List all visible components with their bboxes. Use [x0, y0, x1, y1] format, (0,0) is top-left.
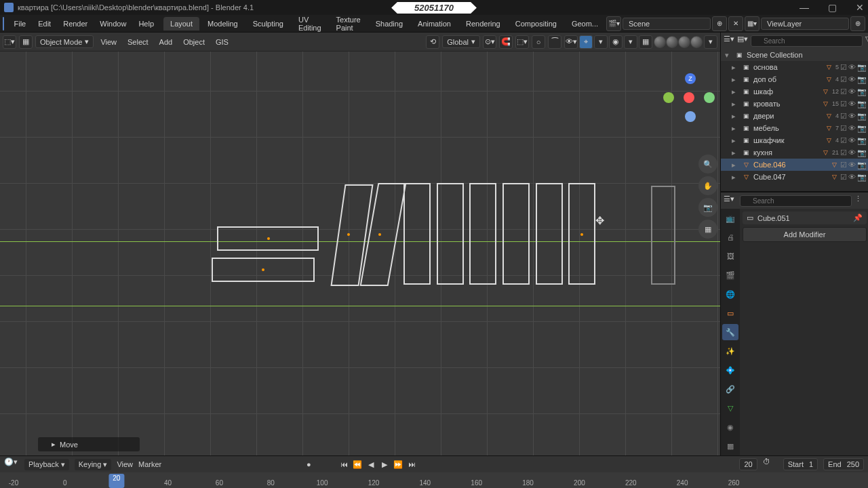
pin-icon[interactable]: 📌: [853, 214, 863, 222]
viewlayer-name[interactable]: ViewLayer: [761, 18, 849, 30]
scene-collection-row[interactable]: ▾▣ Scene Collection: [721, 49, 868, 61]
preview-range-icon[interactable]: ⏱: [763, 458, 778, 471]
tab-modifiers-icon[interactable]: 🔧: [722, 324, 738, 340]
vp-menu-view[interactable]: View: [96, 37, 121, 47]
tab-sculpting[interactable]: Sculpting: [246, 17, 290, 30]
axis-y-neg-icon[interactable]: [704, 92, 715, 103]
tab-scene-icon[interactable]: 🎬: [722, 267, 738, 283]
object-name[interactable]: Cube.051: [757, 214, 790, 222]
play-reverse-icon[interactable]: ◀: [365, 458, 377, 470]
editor-type-icon[interactable]: ⬚▾: [3, 35, 16, 49]
outliner-row[interactable]: ▸▽Cube.046▽☑👁📷: [721, 159, 868, 171]
shading-popover-icon[interactable]: ▾: [704, 35, 717, 49]
axis-z-icon[interactable]: Z: [685, 73, 696, 84]
vp-menu-select[interactable]: Select: [123, 37, 153, 47]
mode-icon[interactable]: ▦: [19, 35, 33, 49]
snap-type-icon[interactable]: ⬚▾: [515, 35, 529, 49]
timeline-ruler[interactable]: -200204060801001201401601802002202402602…: [0, 472, 868, 488]
blender-logo-icon[interactable]: [3, 17, 4, 30]
overlay-popover-icon[interactable]: ▾: [624, 35, 637, 49]
close-button[interactable]: ✕: [856, 2, 864, 13]
outliner-row[interactable]: ▸▣кровать▽15☑👁📷: [721, 98, 868, 110]
tab-render-icon[interactable]: 📺: [722, 210, 738, 226]
visibility-icon[interactable]: 👁▾: [564, 35, 578, 49]
vp-menu-gis[interactable]: GIS: [212, 37, 233, 47]
maximize-button[interactable]: ▢: [828, 2, 837, 13]
viewlayer-browse-icon[interactable]: ▦▾: [745, 16, 760, 31]
snap-icon[interactable]: 🧲: [499, 35, 513, 49]
pan-icon[interactable]: ✋: [698, 176, 717, 195]
outliner-search[interactable]: [751, 35, 863, 47]
tab-compositing[interactable]: Compositing: [509, 17, 564, 30]
jump-end-icon[interactable]: ⏭: [406, 458, 418, 470]
tl-playback[interactable]: Playback ▾: [24, 459, 69, 470]
scene-name[interactable]: Scene: [623, 18, 711, 30]
viewport-3d[interactable]: ⬚▾ ▦ Object Mode▾ View Select Add Object…: [0, 33, 720, 455]
tab-constraints-icon[interactable]: 🔗: [722, 381, 738, 397]
tab-data-icon[interactable]: ▽: [722, 400, 738, 416]
outliner-row[interactable]: ▸▣доп об▽4☑👁📷: [721, 73, 868, 85]
tab-texture-icon[interactable]: ▩: [722, 438, 738, 454]
tab-shading[interactable]: Shading: [369, 17, 410, 30]
outliner-row[interactable]: ▸▣шкаф▽12☑👁📷: [721, 85, 868, 98]
tab-material-icon[interactable]: ◉: [722, 419, 738, 435]
current-frame-indicator[interactable]: 20: [108, 474, 124, 488]
zoom-icon[interactable]: 🔍: [698, 155, 717, 174]
minimize-button[interactable]: —: [800, 2, 809, 13]
last-operator-panel[interactable]: ▸Move: [38, 437, 140, 451]
shading-material-icon[interactable]: [678, 36, 690, 48]
play-icon[interactable]: ▶: [378, 458, 391, 470]
keyframe-next-icon[interactable]: ⏩: [392, 458, 404, 470]
tab-rendering[interactable]: Rendering: [459, 17, 507, 30]
tab-viewlayer-icon[interactable]: 🖼: [722, 248, 738, 264]
orientation-selector[interactable]: Global▾: [442, 35, 480, 48]
shading-wireframe-icon[interactable]: [654, 36, 666, 48]
tab-layout[interactable]: Layout: [163, 17, 199, 30]
scene-new-icon[interactable]: ⊕: [712, 16, 727, 31]
mode-selector[interactable]: Object Mode▾: [35, 35, 94, 48]
scene-browse-icon[interactable]: 🎬▾: [606, 16, 621, 31]
axis-y-icon[interactable]: [663, 92, 674, 103]
menu-file[interactable]: File: [8, 17, 31, 30]
xray-icon[interactable]: ▦: [639, 35, 652, 49]
menu-edit[interactable]: Edit: [33, 17, 56, 30]
end-frame-field[interactable]: End250: [823, 458, 864, 470]
props-search[interactable]: [740, 195, 852, 207]
tab-animation[interactable]: Animation: [411, 17, 458, 30]
tl-keying[interactable]: Keying ▾: [75, 459, 112, 470]
current-frame-field[interactable]: 20: [739, 458, 757, 470]
gizmo-popover-icon[interactable]: ▾: [594, 35, 608, 49]
tab-particles-icon[interactable]: ✨: [722, 343, 738, 359]
outliner-row[interactable]: ▸▣основа▽5☑👁📷: [721, 61, 868, 73]
outliner-row[interactable]: ▸▽Cube.047▽☑👁📷: [721, 171, 868, 183]
perspective-icon[interactable]: ▦: [698, 220, 717, 239]
vp-menu-object[interactable]: Object: [179, 37, 209, 47]
add-modifier-button[interactable]: Add Modifier: [743, 227, 867, 242]
outliner-row[interactable]: ▸▣кухня▽21☑👁📷: [721, 146, 868, 159]
nav-gizmo[interactable]: Z: [663, 72, 717, 153]
camera-icon[interactable]: 📷: [698, 198, 717, 217]
tab-physics-icon[interactable]: 💠: [722, 362, 738, 378]
viewport-canvas[interactable]: ✥: [0, 52, 720, 455]
tab-world-icon[interactable]: 🌐: [722, 286, 738, 302]
tab-geometry[interactable]: Geom...: [565, 17, 605, 30]
gizmo-toggle-icon[interactable]: ⌖: [579, 35, 593, 49]
menu-render[interactable]: Render: [58, 17, 93, 30]
viewlayer-new-icon[interactable]: ⊕: [850, 16, 865, 31]
tab-texture-paint[interactable]: Texture Paint: [330, 13, 368, 35]
outliner-row[interactable]: ▸▣мебель▽7☑👁📷: [721, 122, 868, 134]
keyframe-prev-icon[interactable]: ⏪: [351, 458, 363, 470]
outliner-row[interactable]: ▸▣шкафчик▽4☑👁📷: [721, 134, 868, 146]
menu-help[interactable]: Help: [133, 17, 159, 30]
menu-window[interactable]: Window: [94, 17, 132, 30]
vp-menu-add[interactable]: Add: [155, 37, 177, 47]
tab-uv-editing[interactable]: UV Editing: [292, 13, 328, 35]
props-options-icon[interactable]: ⋮: [854, 195, 867, 207]
tab-modeling[interactable]: Modeling: [201, 17, 245, 30]
axis-x-neg-icon[interactable]: [684, 92, 694, 103]
outliner-display-icon[interactable]: ▤▾: [737, 35, 748, 47]
proportional-icon[interactable]: ○: [532, 35, 545, 49]
overlay-toggle-icon[interactable]: ◉: [609, 35, 623, 49]
tl-marker[interactable]: Marker: [138, 460, 161, 468]
orientation-icon[interactable]: ⟲: [426, 35, 439, 49]
